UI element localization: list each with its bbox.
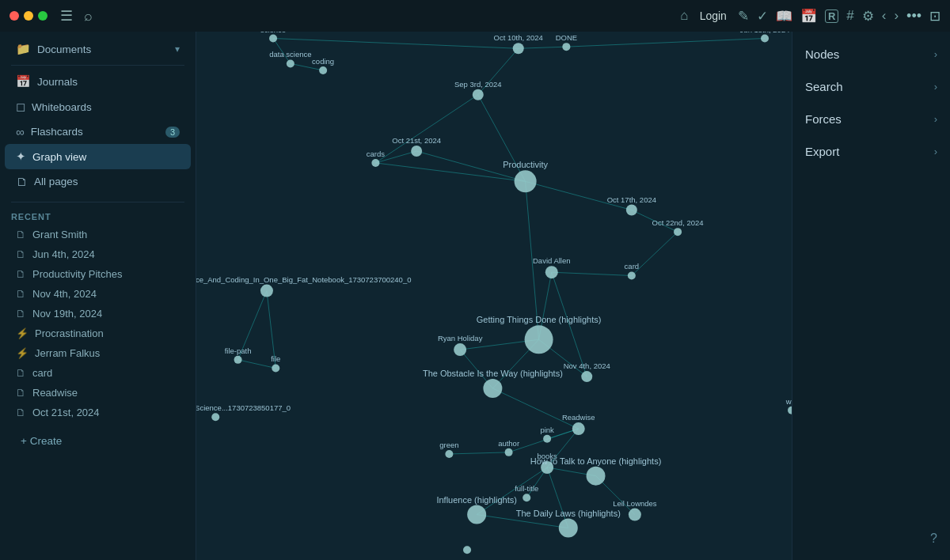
panel-item-nodes[interactable]: Nodes› — [792, 38, 950, 70]
check-icon[interactable]: ✓ — [757, 8, 768, 25]
sidebar-item-journals[interactable]: 📅 Journals — [5, 69, 191, 94]
flashcard-icon: ∞ — [16, 125, 25, 138]
svg-text:Readwise: Readwise — [562, 413, 595, 422]
sidebar-recent-item[interactable]: ⚡Jerram Falkus — [5, 343, 191, 363]
recent-item-label: Jerram Falkus — [35, 347, 100, 359]
book-icon[interactable]: 📖 — [776, 8, 792, 25]
main-layout: 📁 Documents ▾ 📅 Journals ◻ Whiteboards ∞… — [0, 32, 950, 560]
help-button[interactable]: ? — [792, 524, 950, 554]
recent-item-icon: 🗋 — [16, 387, 26, 399]
sidebar-item-all-pages[interactable]: 🗋 All pages — [5, 169, 191, 194]
forward-icon[interactable]: › — [894, 8, 899, 24]
svg-point-40 — [319, 66, 327, 74]
recent-item-label: card — [32, 367, 52, 379]
svg-point-60 — [545, 266, 558, 278]
svg-text:full-title: full-title — [515, 484, 538, 493]
whiteboard-icon: ◻ — [16, 100, 25, 114]
svg-text:pink: pink — [540, 426, 554, 434]
graph-canvas: sciencedata sciencecodingOct 10th, 2024D… — [196, 32, 792, 560]
pages-icon: 🗋 — [16, 175, 28, 188]
svg-text:data science: data science — [269, 50, 311, 59]
svg-point-52 — [515, 170, 537, 192]
svg-text:Oct 22nd, 2024: Oct 22nd, 2024 — [652, 218, 704, 227]
minimize-button[interactable] — [24, 11, 33, 21]
svg-text:Oct 10th, 2024: Oct 10th, 2024 — [494, 33, 543, 42]
sidebar-recent-item[interactable]: 🗋Nov 4th, 2024 — [5, 284, 191, 304]
svg-line-3 — [519, 47, 567, 48]
toolbar: ⌂ Login ✎ ✓ 📖 📅 R # ⚙ ‹ › ••• ⊡ — [680, 8, 940, 25]
sidebar-recent-item[interactable]: 🗋Oct 21st, 2024 — [5, 403, 191, 422]
sidebar-item-graph-view[interactable]: ✦ Graph view — [5, 144, 191, 169]
panel-item-export[interactable]: Export› — [792, 135, 950, 168]
puzzle-icon[interactable]: ⚙ — [862, 8, 874, 25]
recent-item-label: Nov 19th, 2024 — [32, 308, 102, 320]
sidebar-item-documents[interactable]: 📁 Documents ▾ — [5, 36, 191, 62]
svg-text:Sep 3rd, 2024: Sep 3rd, 2024 — [454, 80, 502, 89]
chevron-right-icon: › — [934, 48, 937, 60]
calendar-icon[interactable]: 📅 — [800, 8, 817, 25]
graph-area[interactable]: sciencedata sciencecodingOct 10th, 2024D… — [196, 32, 792, 560]
sidebar-recent-item[interactable]: 🗋Jun 4th, 2024 — [5, 244, 191, 264]
sidebar-recent-item[interactable]: 🗋Nov 19th, 2024 — [5, 304, 191, 324]
svg-point-56 — [674, 228, 682, 236]
sidebar-recent-item[interactable]: 🗋Productivity Pitches — [5, 264, 191, 284]
sidebar-recent-item[interactable]: 🗋Grant Smith — [5, 225, 191, 244]
chevron-right-icon: › — [934, 113, 937, 125]
create-button[interactable]: + Create — [10, 429, 186, 453]
maximize-button[interactable] — [38, 11, 48, 21]
recent-item-icon: 🗋 — [16, 229, 26, 240]
more-icon[interactable]: ••• — [906, 8, 922, 25]
svg-text:wel: wel — [785, 397, 792, 406]
svg-point-82 — [445, 450, 453, 458]
sidebar-item-whiteboards[interactable]: ◻ Whiteboards — [5, 94, 191, 119]
sidebar-recent-item[interactable]: 🗋card — [5, 363, 191, 383]
panel-item-forces[interactable]: Forces› — [792, 103, 950, 135]
svg-point-64 — [454, 343, 466, 356]
flashcards-badge: 3 — [165, 127, 180, 138]
svg-point-80 — [543, 435, 551, 443]
search-icon[interactable]: ⌕ — [84, 8, 93, 25]
svg-point-54 — [626, 205, 637, 216]
svg-point-66 — [525, 325, 553, 354]
close-button[interactable] — [10, 11, 19, 21]
sidebar-divider-2 — [11, 202, 184, 202]
hash-icon[interactable]: # — [846, 8, 853, 24]
documents-chevron: ▾ — [175, 44, 180, 55]
svg-text:Ace_Computer_Science_And_Codin: Ace_Computer_Science_And_Coding_In_One_B… — [196, 275, 411, 284]
r-icon[interactable]: R — [825, 9, 838, 23]
login-button[interactable]: Login — [700, 9, 727, 22]
right-panel: Nodes›Search›Forces›Export› ? — [792, 32, 950, 560]
whiteboards-label: Whiteboards — [32, 101, 180, 113]
sidebar-divider-1 — [11, 65, 184, 66]
svg-text:DONE: DONE — [556, 33, 577, 42]
recent-item-label: Grant Smith — [32, 229, 87, 240]
edit-icon[interactable]: ✎ — [738, 8, 749, 25]
sidebar: 📁 Documents ▾ 📅 Journals ◻ Whiteboards ∞… — [0, 32, 196, 560]
home-icon[interactable]: ⌂ — [680, 8, 688, 24]
svg-point-44 — [562, 43, 570, 51]
recent-item-icon: ⚡ — [16, 327, 28, 339]
recent-item-label: Productivity Pitches — [32, 268, 122, 280]
svg-point-42 — [513, 43, 524, 54]
svg-text:Jun 15th, 2024: Jun 15th, 2024 — [740, 32, 790, 34]
back-icon[interactable]: ‹ — [882, 8, 887, 24]
svg-point-84 — [505, 448, 513, 456]
svg-point-98 — [463, 546, 471, 554]
panel-icon[interactable]: ⊡ — [929, 8, 940, 25]
svg-text:Ace_Computer_Science...1730723: Ace_Computer_Science...1730723850177_0 — [196, 403, 291, 412]
sidebar-recent-item[interactable]: 🗋Readwise — [5, 383, 191, 403]
panel-item-search[interactable]: Search› — [792, 70, 950, 103]
sidebar-recent-item[interactable]: ⚡Procrastination — [5, 324, 191, 343]
svg-text:The Daily Laws (highlights): The Daily Laws (highlights) — [516, 509, 621, 518]
journal-icon: 📅 — [16, 74, 31, 89]
svg-text:Oct 21st, 2024: Oct 21st, 2024 — [392, 136, 441, 145]
svg-text:Influence (highlights): Influence (highlights) — [436, 495, 517, 505]
svg-line-2 — [273, 39, 519, 49]
recent-item-icon: 🗋 — [16, 288, 26, 300]
menu-icon[interactable]: ☰ — [60, 7, 73, 25]
sidebar-item-flashcards[interactable]: ∞ Flashcards 3 — [5, 119, 191, 144]
svg-text:file: file — [271, 354, 280, 363]
titlebar: ☰ ⌕ ⌂ Login ✎ ✓ 📖 📅 R # ⚙ ‹ › ••• ⊡ — [0, 0, 950, 32]
svg-point-78 — [572, 422, 585, 435]
svg-text:card: card — [625, 262, 639, 271]
